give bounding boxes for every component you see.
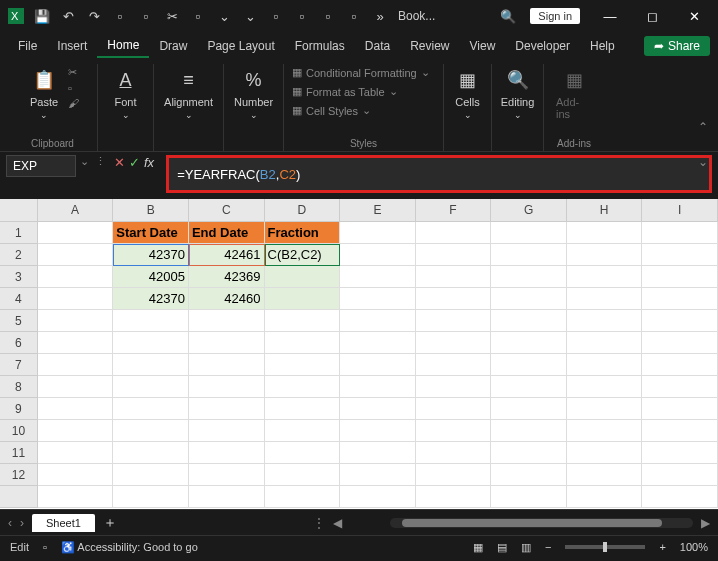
editing-button[interactable]: 🔍Editing⌄ bbox=[497, 64, 539, 122]
cell[interactable] bbox=[491, 310, 567, 332]
cell[interactable] bbox=[642, 332, 718, 354]
menu-developer[interactable]: Developer bbox=[505, 35, 580, 57]
save-icon[interactable]: 💾 bbox=[30, 4, 54, 28]
overflow-icon[interactable]: » bbox=[368, 4, 392, 28]
formula-bar[interactable]: =YEARFRAC(B2,C2) bbox=[166, 155, 712, 193]
row-header[interactable]: 8 bbox=[0, 376, 38, 398]
app-icon[interactable]: X bbox=[4, 4, 28, 28]
row-header[interactable]: 3 bbox=[0, 266, 38, 288]
cell[interactable] bbox=[113, 354, 189, 376]
row-header[interactable]: 6 bbox=[0, 332, 38, 354]
accessibility-status[interactable]: ♿ Accessibility: Good to go bbox=[61, 541, 198, 554]
conditional-formatting-button[interactable]: ▦ Conditional Formatting ⌄ bbox=[292, 66, 430, 79]
cell[interactable] bbox=[340, 266, 416, 288]
cell[interactable] bbox=[265, 442, 341, 464]
cell[interactable] bbox=[642, 310, 718, 332]
menu-data[interactable]: Data bbox=[355, 35, 400, 57]
share-button[interactable]: ➦Share bbox=[644, 36, 710, 56]
cell[interactable] bbox=[416, 288, 492, 310]
collapse-ribbon-icon[interactable]: ⌃ bbox=[698, 120, 708, 134]
redo-icon[interactable]: ↷ bbox=[82, 4, 106, 28]
qat-icon[interactable]: ▫ bbox=[108, 4, 132, 28]
qat-icon7[interactable]: ▫ bbox=[342, 4, 366, 28]
col-header[interactable]: G bbox=[491, 199, 567, 221]
cell[interactable] bbox=[567, 222, 643, 244]
cell[interactable] bbox=[567, 332, 643, 354]
cell[interactable] bbox=[38, 332, 114, 354]
cell[interactable] bbox=[567, 486, 643, 508]
cell[interactable] bbox=[416, 376, 492, 398]
col-header[interactable]: C bbox=[189, 199, 265, 221]
cell[interactable] bbox=[642, 420, 718, 442]
col-header[interactable]: H bbox=[567, 199, 643, 221]
qat-icon6[interactable]: ▫ bbox=[316, 4, 340, 28]
menu-insert[interactable]: Insert bbox=[47, 35, 97, 57]
zoom-out-icon[interactable]: − bbox=[545, 541, 551, 553]
qat-icon3[interactable]: ▫ bbox=[186, 4, 210, 28]
brush-icon[interactable]: 🖌 bbox=[68, 97, 79, 109]
document-title[interactable]: Book... bbox=[398, 9, 435, 23]
cell[interactable] bbox=[416, 332, 492, 354]
row-header[interactable]: 7 bbox=[0, 354, 38, 376]
sign-in-button[interactable]: Sign in bbox=[530, 8, 580, 24]
qat-icon5[interactable]: ▫ bbox=[290, 4, 314, 28]
undo-icon[interactable]: ↶ bbox=[56, 4, 80, 28]
search-icon[interactable]: 🔍 bbox=[496, 4, 520, 28]
qat-icon2[interactable]: ▫ bbox=[134, 4, 158, 28]
zoom-level[interactable]: 100% bbox=[680, 541, 708, 553]
menu-draw[interactable]: Draw bbox=[149, 35, 197, 57]
scroll-right-icon[interactable]: ▶ bbox=[701, 516, 710, 530]
cell[interactable] bbox=[491, 398, 567, 420]
cell[interactable] bbox=[491, 354, 567, 376]
spreadsheet-grid[interactable]: A B C D E F G H I 1 Start Date End Date … bbox=[0, 199, 718, 509]
select-all-corner[interactable] bbox=[0, 199, 38, 221]
qat-dropdown-icon[interactable]: ⌄ bbox=[212, 4, 236, 28]
cell[interactable] bbox=[265, 420, 341, 442]
cell[interactable]: 42369 bbox=[189, 266, 265, 288]
row-header[interactable]: 9 bbox=[0, 398, 38, 420]
cell[interactable] bbox=[491, 420, 567, 442]
cell[interactable] bbox=[38, 288, 114, 310]
sheet-nav-prev-icon[interactable]: ‹ bbox=[8, 516, 12, 530]
cell[interactable] bbox=[340, 354, 416, 376]
cell[interactable] bbox=[38, 244, 114, 266]
menu-review[interactable]: Review bbox=[400, 35, 459, 57]
cell[interactable] bbox=[265, 354, 341, 376]
col-header[interactable]: I bbox=[642, 199, 718, 221]
cell[interactable]: Fraction bbox=[265, 222, 341, 244]
cell[interactable] bbox=[416, 442, 492, 464]
menu-formulas[interactable]: Formulas bbox=[285, 35, 355, 57]
cell[interactable] bbox=[38, 354, 114, 376]
row-header[interactable]: 5 bbox=[0, 310, 38, 332]
expand-formula-bar-icon[interactable]: ⌄ bbox=[698, 155, 708, 169]
cell[interactable] bbox=[416, 354, 492, 376]
cell[interactable] bbox=[642, 398, 718, 420]
cell[interactable] bbox=[265, 310, 341, 332]
cell[interactable] bbox=[189, 464, 265, 486]
cell[interactable] bbox=[340, 486, 416, 508]
cut-small-icon[interactable]: ✂ bbox=[68, 66, 79, 79]
cell[interactable] bbox=[491, 486, 567, 508]
row-header[interactable]: 12 bbox=[0, 464, 38, 486]
view-page-icon[interactable]: ▤ bbox=[497, 541, 507, 554]
cell[interactable] bbox=[340, 244, 416, 266]
cell[interactable] bbox=[567, 310, 643, 332]
cell[interactable] bbox=[113, 420, 189, 442]
menu-home[interactable]: Home bbox=[97, 34, 149, 58]
cell[interactable] bbox=[567, 442, 643, 464]
cell[interactable] bbox=[491, 266, 567, 288]
cell[interactable] bbox=[567, 464, 643, 486]
cell[interactable] bbox=[491, 464, 567, 486]
cell[interactable] bbox=[416, 222, 492, 244]
cell[interactable] bbox=[265, 486, 341, 508]
cell[interactable] bbox=[189, 310, 265, 332]
cell[interactable] bbox=[38, 486, 114, 508]
copy-small-icon[interactable]: ▫ bbox=[68, 82, 79, 94]
cell[interactable] bbox=[567, 420, 643, 442]
paste-button[interactable]: 📋Paste⌄ bbox=[26, 64, 62, 122]
cell-c2[interactable]: 42461 bbox=[189, 244, 265, 266]
cell[interactable] bbox=[189, 486, 265, 508]
cell[interactable] bbox=[642, 288, 718, 310]
cell[interactable] bbox=[416, 486, 492, 508]
cell[interactable] bbox=[38, 398, 114, 420]
